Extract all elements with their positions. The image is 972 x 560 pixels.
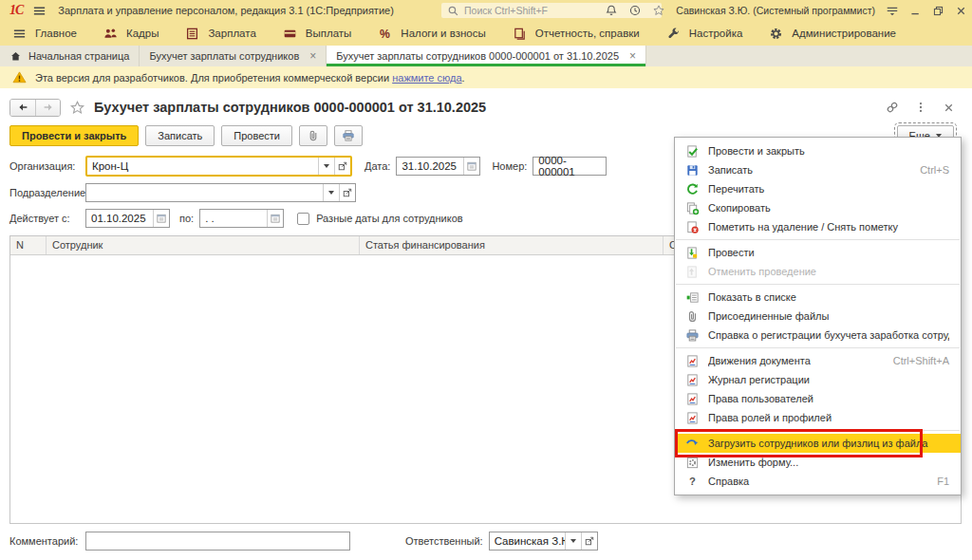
different-dates-checkbox[interactable] [297,213,309,225]
menu-item-label: Справка о регистрации бухучета заработка… [708,329,949,341]
administration-icon [769,27,783,41]
responsible-combo[interactable]: Савинская З.Ю. (Системн [489,532,598,551]
mark-deletion-icon [685,220,700,234]
navigation-buttons [9,99,61,117]
menu-item-label: Отменить проведение [708,266,949,277]
column-header[interactable]: Статья финансирования [360,236,664,254]
menu-item-user-rights[interactable]: Права пользователей [675,389,961,408]
menu-item-save[interactable]: ЗаписатьCtrl+S [675,160,961,179]
menu-item-roles-rights[interactable]: Права ролей и профилей [675,408,961,427]
help-icon: ? [685,475,700,489]
menu-item-shortcut: Ctrl+S [920,164,949,176]
number-input[interactable]: 0000-000001 [533,157,607,176]
search-placeholder: Поиск Ctrl+Shift+F [464,5,548,16]
get-link-icon[interactable] [886,101,899,114]
current-user[interactable]: Савинская З.Ю. (Системный программист) [676,5,875,16]
attachments-button[interactable] [299,125,327,146]
post-icon [685,246,700,260]
menu-item-document-movements[interactable]: Движения документаCtrl+Shift+A [675,351,961,370]
menu-item-mark-deletion[interactable]: Пометить на удаление / Снять пометку [675,217,961,236]
section-reports[interactable]: Отчетность, справки [513,27,640,41]
chevron-down-icon[interactable] [565,532,581,550]
post-button[interactable]: Провести [221,125,292,146]
post-and-close-icon [685,144,700,159]
post-and-close-button[interactable]: Провести и закрыть [9,125,139,146]
more-kebab-icon[interactable] [914,101,927,114]
report-icon [685,392,700,406]
report-icon [685,354,700,368]
section-label: Администрирование [792,28,896,39]
save-icon [685,163,700,177]
menu-item-post-and-close[interactable]: Провести и закрыть [675,141,961,160]
calendar-icon[interactable] [153,210,169,227]
tab-close-icon[interactable]: × [629,50,636,62]
favorites-star-icon[interactable] [652,4,665,17]
menu-item-label: Загрузить сотрудников или физлиц из файл… [708,438,949,449]
comment-input[interactable] [85,532,350,551]
menu-item-change-form[interactable]: Изменить форму... [675,453,961,472]
home-icon [9,50,22,63]
menu-item-show-in-list[interactable]: Показать в списке [675,288,961,307]
column-header[interactable]: N [10,236,47,254]
open-item-icon[interactable] [581,532,597,550]
menu-item-help[interactable]: ?СправкаF1 [675,472,961,491]
organization-combo[interactable]: Крон-Ц [85,156,352,177]
staff-icon [103,27,118,41]
calendar-icon[interactable] [463,158,479,175]
save-button[interactable]: Записать [145,125,215,146]
notifications-bell-icon[interactable] [605,4,618,17]
load-from-file-icon [685,437,700,451]
chevron-down-icon[interactable] [318,158,334,175]
restore-window-icon[interactable] [932,5,944,17]
valid-to-input[interactable]: . . [199,209,284,228]
department-combo[interactable] [85,183,356,202]
favorite-star-icon[interactable] [69,100,85,116]
tab-close-icon[interactable]: × [309,50,316,62]
menu-item-reread[interactable]: Перечитать [675,179,961,198]
section-staff[interactable]: Кадры [103,27,159,41]
menu-item-load-from-file[interactable]: Загрузить сотрудников или физлиц из файл… [675,434,961,453]
print-button[interactable] [334,125,363,146]
back-button[interactable] [10,100,35,116]
minimize-icon[interactable] [909,5,922,17]
menu-item-attached-files[interactable]: Присоединенные файлы [675,307,961,326]
tab-home[interactable]: Начальная страница [0,46,140,66]
section-payments[interactable]: Выплаты [283,27,352,41]
panels-settings-icon[interactable] [886,4,899,17]
menu-item-label: Скопировать [708,202,949,214]
close-window-icon[interactable] [955,5,967,17]
tab-document-list[interactable]: Бухучет зарплаты сотрудников× [140,46,327,66]
menu-item-registration-certificate[interactable]: Справка о регистрации бухучета заработка… [675,326,961,345]
open-item-icon[interactable] [334,158,350,175]
section-main[interactable]: Главное [12,27,77,41]
section-settings[interactable]: Настройка [666,27,743,41]
date-input[interactable]: 31.10.2025 [396,157,480,176]
tab-label: Начальная страница [28,50,129,62]
section-taxes[interactable]: %Налоги и взносы [378,27,485,41]
close-form-icon[interactable] [943,102,955,114]
open-item-icon[interactable] [339,184,355,201]
calendar-icon[interactable] [267,210,283,227]
number-label: Номер: [492,160,527,172]
menu-item-copy[interactable]: Скопировать [675,198,961,217]
column-header[interactable]: Сотрудник [47,236,360,254]
history-icon[interactable] [628,4,642,17]
menu-item-label: Пометить на удаление / Снять пометку [708,221,949,233]
menu-item-post[interactable]: Провести [675,243,961,262]
chevron-down-icon[interactable] [323,184,339,201]
svg-text:?: ? [689,476,696,487]
warning-text: Эта версия для разработчиков. Для приобр… [35,72,389,84]
forward-button[interactable] [35,100,60,116]
valid-from-input[interactable]: 01.10.2025 [85,209,170,228]
menu-item-event-log[interactable]: Журнал регистрации [675,370,961,389]
section-salary[interactable]: Зарплата [185,27,255,41]
tab-document[interactable]: Бухучет зарплаты сотрудников 0000-000001… [327,46,646,66]
buy-commercial-link[interactable]: нажмите сюда [392,72,461,84]
payments-icon [283,27,297,41]
section-label: Главное [35,28,77,39]
document-title: Бухучет зарплаты сотрудников 0000-000001… [94,100,486,115]
main-menu-icon[interactable] [32,4,47,18]
copy-icon [685,201,700,215]
warning-icon [12,70,27,84]
section-administration[interactable]: Администрирование [769,27,896,41]
